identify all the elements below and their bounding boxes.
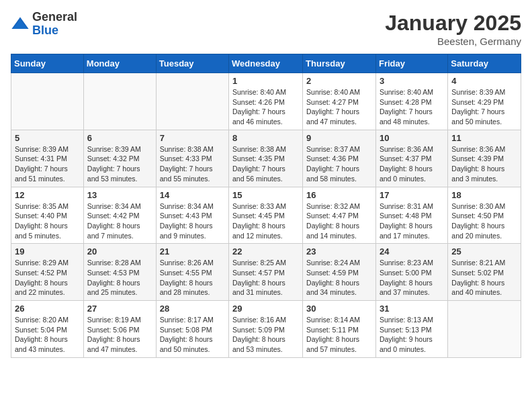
calendar-cell: 26Sunrise: 8:20 AM Sunset: 5:04 PM Dayli…	[11, 301, 84, 358]
calendar-cell: 20Sunrise: 8:28 AM Sunset: 4:53 PM Dayli…	[83, 244, 156, 301]
calendar-cell: 21Sunrise: 8:26 AM Sunset: 4:55 PM Dayli…	[156, 244, 228, 301]
day-info: Sunrise: 8:34 AM Sunset: 4:43 PM Dayligh…	[160, 201, 225, 241]
weekday-header-tuesday: Tuesday	[156, 54, 228, 73]
day-info: Sunrise: 8:36 AM Sunset: 4:37 PM Dayligh…	[380, 144, 444, 184]
calendar-cell: 13Sunrise: 8:34 AM Sunset: 4:42 PM Dayli…	[83, 187, 156, 244]
day-number: 9	[306, 133, 372, 143]
calendar-cell: 29Sunrise: 8:16 AM Sunset: 5:09 PM Dayli…	[229, 301, 303, 358]
day-info: Sunrise: 8:23 AM Sunset: 5:00 PM Dayligh…	[380, 258, 444, 298]
day-info: Sunrise: 8:38 AM Sunset: 4:33 PM Dayligh…	[160, 144, 225, 184]
day-number: 30	[306, 304, 372, 314]
day-info: Sunrise: 8:24 AM Sunset: 4:59 PM Dayligh…	[306, 258, 372, 298]
calendar-cell: 2Sunrise: 8:40 AM Sunset: 4:27 PM Daylig…	[303, 73, 376, 130]
day-info: Sunrise: 8:36 AM Sunset: 4:39 PM Dayligh…	[451, 144, 517, 184]
day-number: 25	[451, 246, 517, 257]
day-number: 31	[380, 304, 444, 314]
calendar-cell	[448, 301, 521, 358]
calendar-cell: 18Sunrise: 8:30 AM Sunset: 4:50 PM Dayli…	[448, 187, 521, 244]
month-title: January 2025	[385, 11, 521, 36]
day-info: Sunrise: 8:19 AM Sunset: 5:06 PM Dayligh…	[87, 315, 152, 355]
day-info: Sunrise: 8:40 AM Sunset: 4:27 PM Dayligh…	[306, 87, 372, 127]
day-number: 7	[160, 133, 225, 143]
day-number: 8	[232, 133, 299, 143]
calendar-cell	[156, 73, 228, 130]
day-info: Sunrise: 8:17 AM Sunset: 5:08 PM Dayligh…	[160, 315, 225, 355]
calendar-cell: 7Sunrise: 8:38 AM Sunset: 4:33 PM Daylig…	[156, 130, 228, 187]
calendar-cell: 17Sunrise: 8:31 AM Sunset: 4:48 PM Dayli…	[375, 187, 447, 244]
day-number: 20	[87, 246, 152, 257]
calendar-week-5: 26Sunrise: 8:20 AM Sunset: 5:04 PM Dayli…	[11, 301, 521, 358]
weekday-header-row: SundayMondayTuesdayWednesdayThursdayFrid…	[11, 54, 521, 73]
day-number: 6	[87, 133, 152, 143]
calendar-cell	[11, 73, 84, 130]
calendar-cell: 14Sunrise: 8:34 AM Sunset: 4:43 PM Dayli…	[156, 187, 228, 244]
day-number: 3	[380, 76, 444, 86]
day-info: Sunrise: 8:26 AM Sunset: 4:55 PM Dayligh…	[160, 258, 225, 298]
weekday-header-sunday: Sunday	[11, 54, 84, 73]
day-info: Sunrise: 8:25 AM Sunset: 4:57 PM Dayligh…	[232, 258, 299, 298]
day-number: 28	[160, 304, 225, 314]
title-block: January 2025 Beesten, Germany	[385, 11, 521, 47]
day-number: 29	[232, 304, 299, 314]
calendar-cell: 10Sunrise: 8:36 AM Sunset: 4:37 PM Dayli…	[375, 130, 447, 187]
day-number: 15	[232, 190, 299, 200]
day-info: Sunrise: 8:20 AM Sunset: 5:04 PM Dayligh…	[15, 315, 80, 355]
calendar-cell: 30Sunrise: 8:14 AM Sunset: 5:11 PM Dayli…	[303, 301, 376, 358]
calendar-cell: 31Sunrise: 8:13 AM Sunset: 5:13 PM Dayli…	[375, 301, 447, 358]
calendar-cell: 8Sunrise: 8:38 AM Sunset: 4:35 PM Daylig…	[229, 130, 303, 187]
logo-icon	[11, 15, 30, 34]
calendar-cell: 6Sunrise: 8:39 AM Sunset: 4:32 PM Daylig…	[83, 130, 156, 187]
logo-general-text: General	[32, 11, 77, 24]
weekday-header-monday: Monday	[83, 54, 156, 73]
calendar-cell: 24Sunrise: 8:23 AM Sunset: 5:00 PM Dayli…	[375, 244, 447, 301]
day-number: 17	[380, 190, 444, 200]
calendar-cell: 4Sunrise: 8:39 AM Sunset: 4:29 PM Daylig…	[448, 73, 521, 130]
calendar-cell: 3Sunrise: 8:40 AM Sunset: 4:28 PM Daylig…	[375, 73, 447, 130]
day-info: Sunrise: 8:39 AM Sunset: 4:32 PM Dayligh…	[87, 144, 152, 184]
day-info: Sunrise: 8:35 AM Sunset: 4:40 PM Dayligh…	[15, 201, 80, 241]
logo-blue-text: Blue	[32, 24, 77, 38]
calendar-week-2: 5Sunrise: 8:39 AM Sunset: 4:31 PM Daylig…	[11, 130, 521, 187]
calendar-week-4: 19Sunrise: 8:29 AM Sunset: 4:52 PM Dayli…	[11, 244, 521, 301]
calendar-cell: 16Sunrise: 8:32 AM Sunset: 4:47 PM Dayli…	[303, 187, 376, 244]
day-info: Sunrise: 8:32 AM Sunset: 4:47 PM Dayligh…	[306, 201, 372, 241]
day-info: Sunrise: 8:34 AM Sunset: 4:42 PM Dayligh…	[87, 201, 152, 241]
calendar-table: SundayMondayTuesdayWednesdayThursdayFrid…	[11, 54, 521, 358]
calendar-cell: 25Sunrise: 8:21 AM Sunset: 5:02 PM Dayli…	[448, 244, 521, 301]
calendar-cell: 15Sunrise: 8:33 AM Sunset: 4:45 PM Dayli…	[229, 187, 303, 244]
day-info: Sunrise: 8:38 AM Sunset: 4:35 PM Dayligh…	[232, 144, 299, 184]
day-number: 24	[380, 246, 444, 257]
day-number: 16	[306, 190, 372, 200]
day-number: 13	[87, 190, 152, 200]
calendar-week-1: 1Sunrise: 8:40 AM Sunset: 4:26 PM Daylig…	[11, 73, 521, 130]
day-info: Sunrise: 8:21 AM Sunset: 5:02 PM Dayligh…	[451, 258, 517, 298]
day-info: Sunrise: 8:39 AM Sunset: 4:31 PM Dayligh…	[15, 144, 80, 184]
calendar-cell: 12Sunrise: 8:35 AM Sunset: 4:40 PM Dayli…	[11, 187, 84, 244]
day-number: 2	[306, 76, 372, 86]
weekday-header-thursday: Thursday	[303, 54, 376, 73]
weekday-header-wednesday: Wednesday	[229, 54, 303, 73]
calendar-cell: 22Sunrise: 8:25 AM Sunset: 4:57 PM Dayli…	[229, 244, 303, 301]
weekday-header-friday: Friday	[375, 54, 447, 73]
calendar-week-3: 12Sunrise: 8:35 AM Sunset: 4:40 PM Dayli…	[11, 187, 521, 244]
day-number: 23	[306, 246, 372, 257]
calendar-cell: 9Sunrise: 8:37 AM Sunset: 4:36 PM Daylig…	[303, 130, 376, 187]
day-number: 11	[451, 133, 517, 143]
day-info: Sunrise: 8:37 AM Sunset: 4:36 PM Dayligh…	[306, 144, 372, 184]
day-number: 22	[232, 246, 299, 257]
day-info: Sunrise: 8:33 AM Sunset: 4:45 PM Dayligh…	[232, 201, 299, 241]
day-info: Sunrise: 8:13 AM Sunset: 5:13 PM Dayligh…	[380, 315, 444, 355]
day-number: 21	[160, 246, 225, 257]
calendar-cell: 19Sunrise: 8:29 AM Sunset: 4:52 PM Dayli…	[11, 244, 84, 301]
page-header: General Blue January 2025 Beesten, Germa…	[11, 11, 521, 47]
day-number: 18	[451, 190, 517, 200]
calendar-cell: 1Sunrise: 8:40 AM Sunset: 4:26 PM Daylig…	[229, 73, 303, 130]
logo: General Blue	[11, 11, 77, 38]
day-info: Sunrise: 8:29 AM Sunset: 4:52 PM Dayligh…	[15, 258, 80, 298]
calendar-cell: 27Sunrise: 8:19 AM Sunset: 5:06 PM Dayli…	[83, 301, 156, 358]
day-info: Sunrise: 8:30 AM Sunset: 4:50 PM Dayligh…	[451, 201, 517, 241]
day-number: 1	[232, 76, 299, 86]
day-number: 26	[15, 304, 80, 314]
day-number: 14	[160, 190, 225, 200]
day-number: 4	[451, 76, 517, 86]
